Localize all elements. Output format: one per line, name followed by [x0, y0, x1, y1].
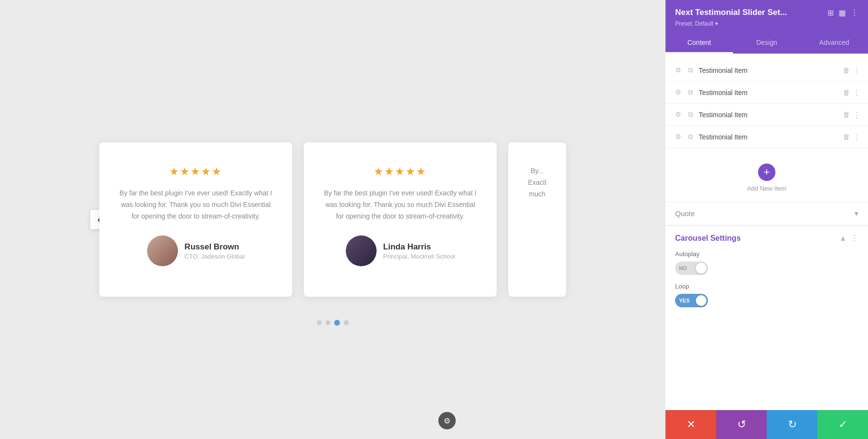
loop-toggle-container: YES [675, 294, 858, 307]
panel-preset[interactable]: Preset: Default ▾ [675, 20, 858, 27]
autoplay-setting: Autoplay NO [675, 250, 858, 275]
loop-setting: Loop YES [675, 283, 858, 307]
item-actions-4: 🗑 ⋮ [843, 133, 860, 141]
settings-icon-1[interactable]: ⚙ [673, 64, 683, 76]
stars-2: ★★★★★ [374, 165, 427, 178]
avatar-img-2 [346, 235, 377, 266]
dot-1[interactable] [317, 320, 322, 325]
items-list: ⚙ ⧉ Testimonial Item 🗑 ⋮ ⚙ ⧉ Testimonial… [665, 54, 868, 154]
panel-header: Next Testimonial Slider Set... ⊞ ▦ ⋮ Pre… [665, 0, 868, 33]
author-info-1: Russel Brown CTO, Jadeson Global [185, 242, 245, 260]
author-info-2: Linda Harris Principal, Mockrell School [383, 242, 455, 260]
testimonial-card-2: ★★★★★ By far the best plugin I've ever u… [304, 142, 497, 297]
slider-dots [317, 320, 349, 326]
list-item: ⚙ ⧉ Testimonial Item 🗑 ⋮ [665, 82, 868, 104]
add-item-label: Add New Item [747, 185, 787, 192]
quote-text-2: By far the best plugin I've ever used! E… [321, 188, 479, 222]
undo-icon: ↺ [737, 418, 746, 431]
avatar-1 [147, 235, 178, 266]
tab-advanced[interactable]: Advanced [800, 33, 868, 54]
panel-title: Next Testimonial Slider Set... [675, 8, 787, 17]
list-item: ⚙ ⧉ Testimonial Item 🗑 ⋮ [665, 104, 868, 126]
item-actions-3: 🗑 ⋮ [843, 110, 860, 119]
carousel-settings-section: Carousel Settings ▲ ⋮ Autoplay NO Loo [665, 226, 868, 323]
carousel-collapse-icon[interactable]: ▲ [839, 234, 847, 243]
quote-section-label: Quote [675, 209, 695, 218]
duplicate-icon-3[interactable]: ⧉ [686, 109, 695, 121]
settings-icon-3[interactable]: ⚙ [673, 109, 683, 121]
settings-icon-4[interactable]: ⚙ [673, 131, 683, 143]
right-panel: Next Testimonial Slider Set... ⊞ ▦ ⋮ Pre… [665, 0, 868, 439]
dot-2[interactable] [326, 320, 330, 325]
more-options-icon[interactable]: ⋮ [851, 8, 858, 17]
item-icons-3: ⚙ ⧉ [673, 109, 695, 121]
testimonial-card-3-partial: By...Exactlmuch [508, 142, 566, 297]
panel-title-icons: ⊞ ▦ ⋮ [827, 8, 858, 17]
delete-icon-2[interactable]: 🗑 [843, 88, 850, 97]
autoplay-toggle-knob [696, 263, 706, 274]
autoplay-toggle[interactable]: NO [675, 261, 708, 275]
bottom-toolbar: ✕ ↺ ↻ ✓ [665, 410, 868, 439]
duplicate-icon-4[interactable]: ⧉ [686, 131, 695, 143]
slider-wrapper: ❮ ★★★★★ By far the best plugin I've ever… [70, 142, 595, 297]
bottom-gear-icon[interactable]: ⚙ [438, 412, 456, 429]
canvas-area: ❮ ★★★★★ By far the best plugin I've ever… [0, 0, 665, 439]
item-label-3: Testimonial Item [699, 111, 839, 119]
layout-icon[interactable]: ▦ [839, 8, 846, 17]
quote-chevron-down-icon: ▾ [854, 209, 858, 218]
more-icon-3[interactable]: ⋮ [853, 110, 860, 119]
loop-label: Loop [675, 283, 858, 290]
loop-toggle[interactable]: YES [675, 294, 708, 307]
list-item: ⚙ ⧉ Testimonial Item 🗑 ⋮ [665, 126, 868, 148]
panel-title-row: Next Testimonial Slider Set... ⊞ ▦ ⋮ [675, 8, 858, 17]
duplicate-icon-2[interactable]: ⧉ [686, 86, 695, 98]
more-icon-4[interactable]: ⋮ [853, 133, 860, 141]
loop-toggle-knob [696, 295, 706, 306]
item-icons-1: ⚙ ⧉ [673, 64, 695, 76]
add-new-item-button[interactable]: + Add New Item [665, 154, 868, 202]
redo-button[interactable]: ↻ [767, 410, 817, 439]
loop-toggle-label: YES [675, 298, 690, 303]
redo-icon: ↻ [788, 418, 797, 431]
panel-body: ⚙ ⧉ Testimonial Item 🗑 ⋮ ⚙ ⧉ Testimonial… [665, 54, 868, 410]
tab-design[interactable]: Design [733, 33, 800, 54]
item-actions-1: 🗑 ⋮ [843, 66, 860, 75]
more-icon-2[interactable]: ⋮ [853, 88, 860, 97]
item-icons-2: ⚙ ⧉ [673, 86, 695, 98]
avatar-2 [346, 235, 377, 266]
quote-section[interactable]: Quote ▾ [665, 202, 868, 225]
duplicate-icon-1[interactable]: ⧉ [686, 64, 695, 76]
responsive-icon[interactable]: ⊞ [827, 8, 834, 17]
add-item-circle-icon: + [758, 164, 775, 181]
cancel-button[interactable]: ✕ [665, 410, 716, 439]
author-name-1: Russel Brown [185, 242, 245, 252]
stars-1: ★★★★★ [169, 165, 222, 178]
carousel-settings-icons: ▲ ⋮ [839, 233, 858, 243]
item-actions-2: 🗑 ⋮ [843, 88, 860, 97]
carousel-settings-header: Carousel Settings ▲ ⋮ [675, 233, 858, 243]
save-button[interactable]: ✓ [817, 410, 868, 439]
author-title-2: Principal, Mockrell School [383, 253, 455, 260]
settings-icon-2[interactable]: ⚙ [673, 86, 683, 98]
author-row-2: Linda Harris Principal, Mockrell School [346, 235, 455, 266]
quote-text-1: By far the best plugin I've ever used! E… [117, 188, 275, 222]
save-icon: ✓ [839, 418, 847, 431]
item-icons-4: ⚙ ⧉ [673, 131, 695, 143]
tab-content[interactable]: Content [665, 33, 733, 54]
carousel-more-icon[interactable]: ⋮ [851, 233, 858, 243]
carousel-settings-title: Carousel Settings [675, 234, 741, 243]
cancel-icon: ✕ [687, 418, 695, 431]
dot-3[interactable] [334, 320, 340, 326]
delete-icon-1[interactable]: 🗑 [843, 66, 850, 75]
testimonial-card-1: ★★★★★ By far the best plugin I've ever u… [99, 142, 292, 297]
avatar-img-1 [147, 235, 178, 266]
undo-button[interactable]: ↺ [716, 410, 767, 439]
more-icon-1[interactable]: ⋮ [853, 66, 860, 75]
author-title-1: CTO, Jadeson Global [185, 253, 245, 260]
dot-4[interactable] [344, 320, 349, 325]
delete-icon-3[interactable]: 🗑 [843, 110, 850, 119]
item-label-2: Testimonial Item [699, 89, 839, 96]
list-item: ⚙ ⧉ Testimonial Item 🗑 ⋮ [665, 59, 868, 82]
item-label-4: Testimonial Item [699, 133, 839, 141]
delete-icon-4[interactable]: 🗑 [843, 133, 850, 141]
